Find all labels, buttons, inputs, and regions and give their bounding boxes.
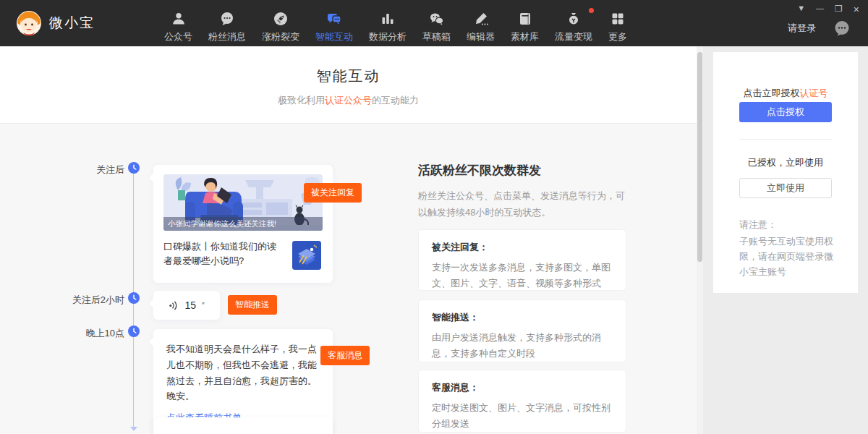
customer-service-icon[interactable]: [833, 20, 851, 37]
use-now-button[interactable]: 立即使用: [739, 178, 832, 198]
pencil-icon: [473, 11, 489, 27]
feature-box-customer-service: 客服消息： 定时发送图文、图片、文字消息，可按性别分组发送: [418, 370, 626, 433]
nav-item-more[interactable]: 更多: [608, 4, 627, 43]
nav-label: 更多: [608, 30, 627, 43]
bubble-tail: [149, 299, 158, 308]
authorize-button[interactable]: 点击授权: [739, 102, 832, 122]
feature-box-title: 智能推送：: [432, 311, 613, 324]
brand-name: 微小宝: [49, 14, 95, 33]
feature-box-smart-push: 智能推送： 由用户发送消息触发，支持多种形式的消息，支持多种自定义时段: [418, 299, 626, 362]
authorized-text: 已授权，立即使用: [713, 156, 858, 169]
nav-item-smart-interaction[interactable]: 智能互动: [315, 4, 353, 43]
reading-illustration: 小张同学谢谢你这么美还关注我!: [163, 174, 323, 231]
wechat-icon: [429, 11, 445, 27]
feature-box-title: 被关注回复：: [432, 241, 613, 254]
feature-box-follow-reply: 被关注回复： 支持一次发送多条消息，支持多图文，单图文、图片、文字、语音、视频等…: [418, 229, 626, 291]
feature-box-body: 由用户发送消息触发，支持多种形式的消息，支持多种自定义时段: [432, 330, 613, 362]
brand[interactable]: 微小宝: [16, 10, 95, 36]
note-title: 请注意：: [739, 218, 777, 231]
weixiaobao-mascot-logo: [16, 10, 42, 36]
bar-chart-icon: [380, 11, 396, 27]
minimize-icon[interactable]: —: [816, 4, 824, 14]
voice-duration: 15: [184, 299, 196, 311]
nav-label: 智能互动: [315, 30, 353, 43]
grid-icon: [610, 11, 626, 27]
badge-follow-reply: 被关注回复: [304, 183, 362, 203]
feature-box-body: 支持一次发送多条消息，支持多图文，单图文、图片、文字、语音、视频等多种形式: [432, 260, 613, 292]
nav-item-fan-messages[interactable]: 粉丝消息: [208, 4, 246, 43]
nav-label: 数据分析: [369, 30, 407, 43]
nav-item-data-analysis[interactable]: 数据分析: [369, 4, 407, 43]
feature-heading: 活跃粉丝不限次数群发: [418, 162, 541, 179]
authorize-prompt: 点击立即授权认证号: [713, 87, 858, 100]
bubble-tail: [149, 173, 158, 182]
close-icon[interactable]: ×: [854, 4, 859, 14]
nav-label: 编辑器: [467, 30, 495, 43]
feature-box-body: 定时发送图文、图片、文字消息，可按性别分组发送: [432, 400, 613, 432]
article-title: 口碑爆款丨你知道我们的读者最爱哪些小说吗?: [163, 239, 284, 268]
page-title: 智能互动: [0, 46, 697, 86]
nav-label: 素材库: [511, 30, 539, 43]
badge-smart-push: 智能推送: [228, 295, 277, 315]
nav-label: 粉丝消息: [208, 30, 246, 43]
clock-icon: [128, 292, 140, 304]
feature-description: 粉丝关注公众号、点击菜单、发送消息等行为，可以触发持续48小时的互动状态。: [418, 188, 632, 221]
voice-wave-icon: [169, 300, 179, 311]
rocket-icon: [273, 11, 289, 27]
top-navbar: 微小宝 公众号 粉丝消息: [0, 0, 868, 46]
notification-dot: [589, 8, 594, 13]
seconds-mark: ″: [202, 302, 205, 310]
login-link[interactable]: 请登录: [788, 22, 816, 35]
message-text: 我不知道明天会是什么样子，我一点儿也不期盼，但我也不会逃避，我能熬过去，并且自治…: [166, 341, 320, 404]
main-content: 智能互动 极致化利用认证公众号的互动能力 关注后 关注后2小时 晚上10点: [0, 46, 697, 434]
chat-dots-icon: [219, 11, 235, 27]
vertical-scrollbar-thumb[interactable]: [697, 52, 702, 262]
illustration-caption: 小张同学谢谢你这么美还关注我!: [163, 217, 323, 231]
nav-label: 草稿箱: [422, 30, 451, 43]
timeline-label-2hours: 关注后2小时: [72, 294, 124, 307]
money-bag-icon: [566, 11, 582, 27]
nav-item-editor[interactable]: 编辑器: [467, 4, 495, 43]
page-header: 智能互动 极致化利用认证公众号的互动能力: [0, 46, 697, 124]
nav-item-drafts[interactable]: 草稿箱: [422, 4, 451, 43]
nav-item-monetization[interactable]: 流量变现: [555, 4, 592, 43]
nav-label: 流量变现: [555, 30, 592, 43]
nav-item-fan-growth[interactable]: 涨粉裂变: [262, 4, 299, 43]
nav-label: 涨粉裂变: [262, 30, 299, 43]
nav-item-public-account[interactable]: 公众号: [164, 4, 192, 43]
next-card-partial: [153, 417, 333, 434]
library-icon: [517, 11, 533, 27]
voice-message-card[interactable]: 15 ″: [153, 291, 220, 320]
authorize-prompt-highlight: 认证号: [800, 88, 828, 98]
bubble-tail: [149, 337, 158, 346]
nav-item-material-library[interactable]: 素材库: [511, 4, 539, 43]
subtitle-prefix: 极致化利用: [278, 95, 325, 106]
subtitle-highlight: 认证公众号: [325, 95, 372, 106]
feature-box-title: 客服消息：: [432, 381, 613, 394]
collapse-icon[interactable]: ▼: [797, 4, 805, 14]
bubbles-icon: [326, 11, 342, 27]
article-row[interactable]: 口碑爆款丨你知道我们的读者最爱哪些小说吗?: [163, 239, 323, 270]
badge-customer-service: 客服消息: [320, 346, 370, 365]
authorize-prompt-text: 点击立即授权: [744, 88, 800, 98]
auth-card: 点击立即授权认证号 点击授权 已授权，立即使用 立即使用 请注意： 子账号无互动…: [713, 52, 858, 293]
article-thumbnail: [292, 241, 321, 270]
note-body: 子账号无互动宝使用权限，请在网页端登录微小宝主账号: [739, 234, 835, 279]
user-icon: [171, 11, 187, 27]
auth-sidebar: 点击立即授权认证号 点击授权 已授权，立即使用 立即使用 请注意： 子账号无互动…: [703, 46, 868, 434]
timeline-label-after-follow: 关注后: [96, 163, 124, 176]
divider: [739, 139, 832, 140]
clock-icon: [128, 326, 140, 337]
navbar-right: 请登录: [788, 20, 854, 37]
window-controls: ▼ — ❒ ×: [797, 4, 859, 14]
clock-icon: [128, 162, 140, 174]
nav-label: 公众号: [164, 30, 192, 43]
subtitle-suffix: 的互动能力: [372, 95, 419, 106]
timeline-label-10pm: 晚上10点: [86, 327, 124, 340]
page-subtitle: 极致化利用认证公众号的互动能力: [0, 94, 697, 107]
main-navigation: 公众号 粉丝消息 涨粉裂变: [164, 4, 627, 43]
timeline-arrow: [130, 427, 137, 431]
maximize-icon[interactable]: ❒: [835, 4, 843, 14]
